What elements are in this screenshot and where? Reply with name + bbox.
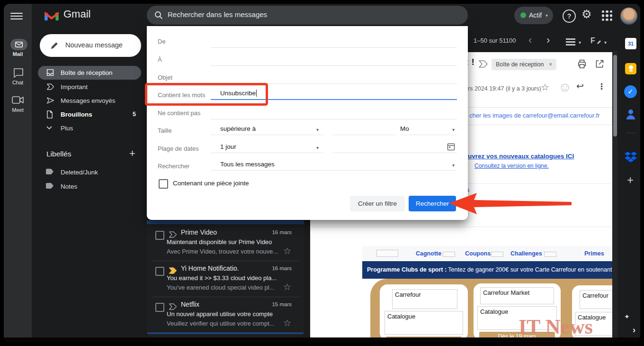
rail-item-meet[interactable] — [12, 96, 24, 104]
hamburger-menu-icon[interactable] — [10, 11, 23, 20]
chevron-left-icon[interactable]: ‹ — [528, 34, 532, 46]
more-options-icon[interactable]: ⋮ — [598, 82, 606, 91]
catalogues-link[interactable]: uvrez vos nouveaux catalogues ICI — [468, 153, 574, 160]
pagination-range: 1–50 sur 51100 — [474, 37, 516, 44]
star-icon[interactable]: ☆ — [283, 282, 291, 292]
apps-grid-icon[interactable] — [602, 10, 612, 21]
mail-snippet: You've earened cloud special video pl... — [167, 284, 275, 291]
nav-link-primes[interactable]: Primes — [584, 250, 604, 257]
remove-label-icon[interactable]: × — [549, 61, 552, 68]
mail-date: 16 mars — [260, 229, 292, 235]
add-panel-app-icon[interactable]: + — [627, 173, 634, 187]
rail-item-mail[interactable] — [10, 39, 27, 50]
size-operator-select[interactable]: supérieure à — [220, 125, 256, 132]
sidebar-item-inbox[interactable]: Boîte de réception — [38, 66, 141, 80]
star-icon[interactable]: ☆ — [541, 82, 549, 93]
create-filter-button[interactable]: Créer un filtre — [350, 196, 405, 211]
not-contains-field[interactable] — [211, 119, 457, 119]
density-menu-button[interactable] — [566, 38, 575, 46]
tasks-icon[interactable]: ✓ — [624, 85, 637, 98]
input-tools-button[interactable]: F — [590, 36, 595, 45]
broken-image-placeholder — [491, 252, 503, 257]
nav-link-coupons[interactable]: Coupons — [465, 250, 491, 257]
print-icon[interactable] — [577, 59, 587, 69]
sidebar-item-sent[interactable]: Messages envoyés — [38, 94, 141, 108]
chevron-down-icon: ▾ — [452, 127, 455, 132]
label-chip[interactable]: Boîte de réception × — [492, 59, 556, 70]
annotation-highlight-box — [145, 83, 268, 106]
sidebar-item-more[interactable]: Plus — [38, 121, 141, 135]
broken-image-placeholder — [376, 250, 398, 257]
emoji-reaction-icon[interactable] — [561, 83, 569, 92]
sidebar-label-notes[interactable]: Notes — [38, 180, 141, 193]
rail-item-chat[interactable] — [13, 68, 24, 78]
rail-label-mail: Mail — [4, 51, 32, 57]
size-unit-select[interactable]: Mo — [400, 125, 409, 132]
importance-marker-icon[interactable] — [169, 303, 178, 310]
importance-marker-icon[interactable] — [169, 267, 178, 274]
help-button[interactable]: ? — [563, 9, 576, 23]
annotation-arrow — [447, 192, 573, 215]
date-range-label: Plage de dates — [158, 145, 199, 152]
star-icon[interactable]: ☆ — [283, 246, 291, 256]
reply-icon[interactable]: ↩ — [576, 81, 584, 91]
drafts-count-badge: 5 — [133, 111, 136, 118]
inbox-icon — [46, 69, 54, 76]
date-range-select[interactable]: 1 jour — [220, 143, 236, 150]
online-version-link[interactable]: Consultez la version en ligne. — [474, 163, 549, 169]
importance-marker-icon[interactable] — [169, 231, 178, 238]
settings-gear-icon[interactable]: ⚙ — [581, 8, 592, 21]
divider — [211, 170, 457, 171]
status-selector[interactable]: Actif ▾ — [514, 7, 553, 24]
list-item[interactable]: Yi Home Notificatio. 16 mars You earned … — [147, 261, 304, 297]
keep-icon[interactable] — [625, 63, 636, 74]
scrollbar-track[interactable] — [613, 51, 617, 337]
size-value-field[interactable] — [332, 135, 395, 135]
nav-link-challenges[interactable]: Challenges — [510, 250, 542, 257]
mail-date: 16 mars — [260, 265, 292, 271]
draft-icon — [46, 110, 53, 118]
add-label-button[interactable]: + — [129, 147, 135, 160]
scrollbar-thumb[interactable] — [613, 55, 617, 137]
search-in-select[interactable]: Tous les messages — [220, 161, 275, 168]
rail-label-meet: Meet — [4, 107, 32, 113]
to-field[interactable] — [211, 65, 457, 66]
sender: Yi Home Notificatio. — [181, 264, 239, 272]
mail-subject: Maintenant disponible sur Prime Video — [167, 238, 272, 246]
sidebar-label-deletedjunk[interactable]: Deleted/Junk — [38, 166, 141, 179]
label-tag-icon — [46, 169, 54, 174]
list-item[interactable]: Prime Video 16 mars Maintenant disponibl… — [147, 225, 304, 261]
sidebar-item-label: Important — [61, 83, 88, 91]
chevron-right-icon[interactable]: › — [546, 34, 550, 46]
input-tools-pen-icon — [597, 40, 601, 45]
search-bar[interactable]: Rechercher dans les messages — [147, 6, 468, 25]
gmail-logo-icon — [44, 9, 60, 21]
contacts-icon[interactable] — [625, 109, 636, 120]
sender: Netflix — [181, 300, 199, 308]
compose-button[interactable]: Nouveau message — [40, 34, 141, 57]
star-icon[interactable]: ☆ — [283, 318, 291, 328]
select-checkbox[interactable] — [155, 303, 164, 312]
importance-marker-icon — [46, 83, 55, 91]
subject-label: Objet — [158, 74, 172, 81]
nav-link-cagnotte[interactable]: Cagnotte — [416, 250, 441, 257]
dropbox-icon[interactable] — [625, 151, 637, 162]
open-in-new-icon[interactable] — [595, 59, 604, 69]
sidebar-item-important[interactable]: Important — [38, 80, 141, 94]
from-field[interactable] — [211, 47, 457, 48]
calendar-icon[interactable]: 31 — [625, 38, 636, 49]
attachment-checkbox-label: Contenant une pièce jointe — [173, 180, 249, 187]
next-icon[interactable]: › — [633, 325, 635, 335]
display-images-link[interactable]: cher les images de carrefour@email.carre… — [469, 112, 599, 119]
selected-row-edge — [147, 220, 304, 224]
select-checkbox[interactable] — [155, 267, 164, 276]
list-item[interactable]: Netflix 15 mars Un nouvel appareil utili… — [147, 297, 304, 333]
account-avatar[interactable] — [620, 8, 637, 25]
date-field[interactable] — [332, 153, 457, 153]
divider — [211, 135, 323, 135]
calendar-picker-icon[interactable] — [447, 143, 455, 151]
attachment-checkbox[interactable] — [159, 179, 168, 189]
sidebar-item-drafts[interactable]: Brouillons 5 — [38, 108, 141, 121]
catalogue-card[interactable]: Carrefour Catalogue — [380, 284, 468, 337]
select-checkbox[interactable] — [155, 231, 164, 240]
